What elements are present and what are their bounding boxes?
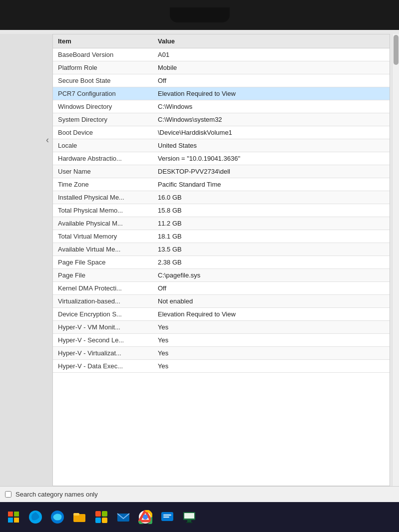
table-cell-item: Device Encryption S... — [53, 308, 153, 321]
table-cell-item: Platform Role — [53, 61, 153, 74]
svg-rect-8 — [95, 511, 101, 517]
scrollbar[interactable] — [392, 34, 399, 486]
table-cell-value: DESKTOP-PVV2734\dell — [153, 165, 390, 178]
table-row: Hyper-V - Virtualizat...Yes — [53, 347, 390, 360]
sidebar: ‹ — [0, 34, 52, 486]
svg-rect-22 — [184, 513, 194, 519]
table-row: Installed Physical Me...16.0 GB — [53, 191, 390, 204]
svg-rect-21 — [186, 522, 192, 523]
table-header-row: Item Value — [53, 34, 390, 48]
microsoft-store-icon[interactable] — [26, 508, 45, 527]
table-cell-item: Page File Space — [53, 256, 153, 269]
table-cell-value: Off — [153, 74, 390, 87]
table-row: Total Physical Memo...15.8 GB — [53, 204, 390, 217]
table-cell-item: BaseBoard Version — [53, 48, 153, 61]
table-row: Platform RoleMobile — [53, 61, 390, 74]
table-row: Available Physical M...11.2 GB — [53, 217, 390, 230]
table-row: Available Virtual Me...13.5 GB — [53, 243, 390, 256]
value-column-header: Value — [153, 34, 390, 48]
table-cell-value: 18.1 GB — [153, 230, 390, 243]
start-button[interactable] — [4, 508, 23, 527]
table-row: BaseBoard VersionA01 — [53, 48, 390, 61]
table-cell-value: Yes — [153, 347, 390, 360]
table-row: Total Virtual Memory18.1 GB — [53, 230, 390, 243]
table-row: Page FileC:\pagefile.sys — [53, 269, 390, 282]
taskbar — [0, 502, 399, 532]
windows-store-icon[interactable] — [92, 508, 111, 527]
table-cell-item: Hyper-V - VM Monit... — [53, 321, 153, 334]
table-cell-item: User Name — [53, 165, 153, 178]
table-cell-item: Available Virtual Me... — [53, 243, 153, 256]
monitor-icon[interactable] — [180, 508, 199, 527]
table-cell-item: Installed Physical Me... — [53, 191, 153, 204]
svg-rect-2 — [8, 518, 13, 523]
search-category-label: Search category names only — [15, 491, 98, 498]
table-row: Time ZonePacific Standard Time — [53, 178, 390, 191]
table-cell-item: PCR7 Configuration — [53, 87, 153, 100]
search-category-checkbox[interactable] — [5, 491, 11, 498]
camera-bump — [170, 7, 230, 22]
bottom-search-bar: Search category names only — [0, 486, 399, 502]
table-cell-value: Elevation Required to View — [153, 87, 390, 100]
table-row: Virtualization-based...Not enabled — [53, 295, 390, 308]
table-cell-value: United States — [153, 139, 390, 152]
table-cell-item: Locale — [53, 139, 153, 152]
edge-icon[interactable] — [48, 508, 67, 527]
table-cell-value: Elevation Required to View — [153, 308, 390, 321]
table-row: Hyper-V - Data Exec...Yes — [53, 360, 390, 373]
table-row: LocaleUnited States — [53, 139, 390, 152]
table-cell-item: Kernel DMA Protecti... — [53, 282, 153, 295]
svg-rect-9 — [102, 511, 107, 517]
table-cell-item: Available Physical M... — [53, 217, 153, 230]
table-cell-value: 16.0 GB — [153, 191, 390, 204]
window-area: ‹ Item Value BaseBoard VersionA01Platfor… — [0, 30, 399, 502]
table-cell-value: C:\pagefile.sys — [153, 269, 390, 282]
table-cell-value: Not enabled — [153, 295, 390, 308]
file-explorer-icon[interactable] — [70, 508, 89, 527]
table-cell-value: 15.8 GB — [153, 204, 390, 217]
table-cell-value: 2.38 GB — [153, 256, 390, 269]
table-row: Device Encryption S...Elevation Required… — [53, 308, 390, 321]
table-cell-item: Secure Boot State — [53, 74, 153, 87]
svg-rect-11 — [102, 518, 107, 523]
table-row: Kernel DMA Protecti...Off — [53, 282, 390, 295]
table-cell-value: 13.5 GB — [153, 243, 390, 256]
table-cell-value: Version = "10.0.19041.3636" — [153, 152, 390, 165]
table-row: User NameDESKTOP-PVV2734\dell — [53, 165, 390, 178]
table-row: Secure Boot StateOff — [53, 74, 390, 87]
mail-icon[interactable] — [114, 508, 133, 527]
table-cell-item: Hyper-V - Data Exec... — [53, 360, 153, 373]
table-cell-item: Windows Directory — [53, 100, 153, 113]
main-content: ‹ Item Value BaseBoard VersionA01Platfor… — [0, 34, 399, 486]
svg-rect-10 — [95, 518, 101, 523]
table-cell-value: Yes — [153, 334, 390, 347]
table-row: Hyper-V - VM Monit...Yes — [53, 321, 390, 334]
svg-rect-0 — [8, 512, 13, 517]
table-row: Windows DirectoryC:\Windows — [53, 100, 390, 113]
table-cell-item: Total Physical Memo... — [53, 204, 153, 217]
table-cell-item: Hyper-V - Virtualizat... — [53, 347, 153, 360]
svg-rect-18 — [163, 517, 169, 518]
chrome-icon[interactable] — [136, 508, 155, 527]
svg-rect-7 — [73, 513, 79, 516]
table-cell-value: Yes — [153, 360, 390, 373]
table-cell-value: 11.2 GB — [153, 217, 390, 230]
table-cell-item: Boot Device — [53, 126, 153, 139]
table-cell-value: C:\Windows\system32 — [153, 113, 390, 126]
table-cell-value: Pacific Standard Time — [153, 178, 390, 191]
table-cell-item: Page File — [53, 269, 153, 282]
svg-point-15 — [143, 515, 148, 520]
content-panel: Item Value BaseBoard VersionA01Platform … — [52, 34, 390, 486]
app-icon[interactable] — [158, 508, 177, 527]
scrollbar-thumb[interactable] — [394, 35, 399, 65]
table-cell-item: Time Zone — [53, 178, 153, 191]
table-cell-value: Mobile — [153, 61, 390, 74]
table-row: Boot Device\Device\HarddiskVolume1 — [53, 126, 390, 139]
svg-rect-1 — [14, 512, 19, 517]
svg-rect-17 — [163, 515, 171, 516]
table-row: Hyper-V - Second Le...Yes — [53, 334, 390, 347]
item-column-header: Item — [53, 34, 153, 48]
table-cell-item: Total Virtual Memory — [53, 230, 153, 243]
table-row: Page File Space2.38 GB — [53, 256, 390, 269]
table-cell-item: Hardware Abstractio... — [53, 152, 153, 165]
